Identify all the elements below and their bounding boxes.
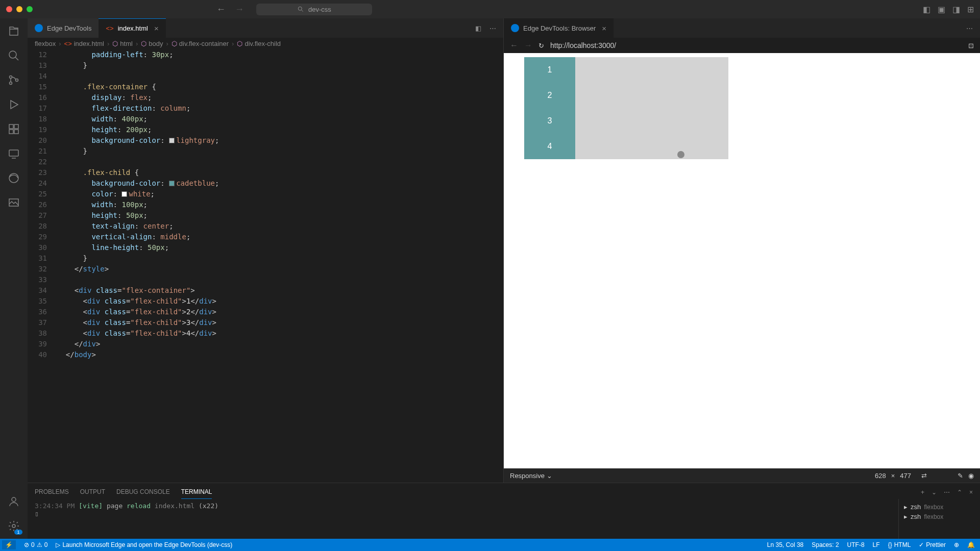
dimension-x-icon: ×	[891, 472, 895, 480]
more-actions-icon[interactable]: ⋯	[489, 24, 496, 32]
flex-container: 1 2 3 4	[524, 57, 728, 159]
toggle-sidebar-icon[interactable]: ◧	[923, 5, 930, 14]
explorer-icon[interactable]	[7, 24, 20, 38]
language-mode[interactable]: {}HTML	[888, 541, 911, 548]
screenshot-icon[interactable]: ◉	[968, 472, 974, 480]
settings-icon[interactable]	[7, 519, 20, 533]
terminal-list: ▸zshflexbox ▸zshflexbox	[898, 499, 980, 539]
terminal-tab[interactable]: TERMINAL	[181, 485, 212, 499]
account-icon[interactable]	[7, 495, 20, 508]
edit-icon[interactable]: ✎	[958, 472, 963, 480]
close-tab-icon[interactable]: ×	[602, 24, 606, 33]
command-center[interactable]: dev-css	[256, 4, 372, 15]
svg-rect-9	[9, 150, 18, 156]
flex-child: 4	[524, 134, 575, 159]
debug-console-tab[interactable]: DEBUG CONSOLE	[116, 485, 170, 499]
vscode-window: ← → dev-css ◧ ▣ ◨ ⊞	[0, 0, 980, 551]
svg-point-12	[12, 497, 16, 502]
tab-devtools-browser[interactable]: Edge DevTools: Browser ×	[504, 18, 614, 38]
maximize-panel-icon[interactable]: ⌃	[957, 489, 962, 496]
encoding[interactable]: UTF-8	[847, 541, 865, 548]
output-tab[interactable]: OUTPUT	[80, 485, 105, 499]
preview-pane: Edge DevTools: Browser × ⋯ ← → ↻ http://…	[504, 18, 980, 483]
breadcrumb-body: ⬡body	[141, 40, 163, 47]
edge-icon	[511, 24, 519, 32]
terminal-dropdown-icon[interactable]: ⌄	[932, 489, 937, 496]
svg-point-0	[298, 7, 302, 10]
breadcrumb[interactable]: flexbox› <>index.html› ⬡html› ⬡body› ⬡di…	[28, 38, 503, 49]
new-terminal-icon[interactable]: +	[921, 489, 924, 496]
panel-body: 3:24:34 PM [vite] page reload index.html…	[28, 499, 980, 539]
bottom-panel: PROBLEMS OUTPUT DEBUG CONSOLE TERMINAL +…	[28, 483, 980, 539]
browser-forward-icon[interactable]: →	[524, 41, 532, 50]
breadcrumb-folder: flexbox	[35, 40, 56, 47]
search-icon[interactable]	[7, 49, 20, 62]
edge-devtools-icon[interactable]	[7, 171, 20, 185]
remote-icon[interactable]	[7, 147, 20, 160]
inspect-icon[interactable]: ⊡	[968, 42, 974, 49]
activitybar	[0, 18, 28, 539]
search-icon	[297, 6, 304, 13]
browser-back-icon[interactable]: ←	[510, 41, 518, 50]
viewport-height[interactable]: 477	[900, 472, 911, 480]
tab-edge-devtools[interactable]: Edge DevTools	[28, 18, 99, 38]
customize-layout-icon[interactable]: ⊞	[967, 5, 974, 14]
rotate-icon[interactable]: ⇄	[921, 472, 927, 480]
main-area: Edge DevTools <> index.html × ◧ ⋯	[0, 18, 980, 539]
nav-back-icon[interactable]: ←	[216, 4, 226, 15]
terminal-item[interactable]: ▸zshflexbox	[904, 502, 975, 512]
device-toolbar: Responsive ⌄ 628 × 477 ⇄ ✎ ◉	[504, 468, 980, 483]
flex-child: 1	[524, 57, 575, 83]
nav-forward-icon[interactable]: →	[235, 4, 244, 15]
cursor-position[interactable]: Ln 35, Col 38	[767, 541, 803, 548]
close-tab-icon[interactable]: ×	[154, 24, 159, 33]
flex-child: 3	[524, 108, 575, 134]
reload-icon[interactable]: ↻	[538, 42, 544, 49]
image-icon[interactable]	[7, 196, 20, 209]
source-control-icon[interactable]	[7, 73, 20, 87]
preview-viewport[interactable]: 1 2 3 4	[504, 53, 980, 468]
bell-icon[interactable]: 🔔	[967, 541, 975, 548]
code-editor[interactable]: 1213141516171819202122232425262728293031…	[28, 49, 503, 483]
url-input[interactable]: http://localhost:3000/	[550, 41, 962, 49]
indentation[interactable]: Spaces: 2	[812, 541, 839, 548]
prettier-status[interactable]: ✓Prettier	[919, 541, 946, 548]
titlebar: ← → dev-css ◧ ▣ ◨ ⊞	[0, 0, 980, 18]
panel-tabs: PROBLEMS OUTPUT DEBUG CONSOLE TERMINAL +…	[28, 483, 980, 499]
braces-icon: {}	[888, 541, 892, 548]
split-editor-icon[interactable]: ◧	[475, 24, 481, 32]
run-debug-icon[interactable]	[7, 98, 20, 111]
launch-item[interactable]: ▷Launch Microsoft Edge and open the Edge…	[56, 541, 232, 548]
close-panel-icon[interactable]: ×	[969, 489, 973, 496]
svg-point-1	[9, 51, 16, 58]
maximize-window-button[interactable]	[27, 6, 33, 12]
terminal-item[interactable]: ▸zshflexbox	[904, 512, 975, 521]
edge-icon	[35, 24, 43, 32]
error-icon: ⊘	[24, 541, 29, 548]
more-actions-icon[interactable]: ⋯	[966, 24, 973, 32]
eol[interactable]: LF	[873, 541, 880, 548]
svg-rect-5	[9, 124, 13, 129]
search-text: dev-css	[308, 6, 331, 13]
device-select[interactable]: Responsive ⌄	[510, 472, 552, 480]
remote-indicator[interactable]: ⚡	[2, 540, 16, 549]
breadcrumb-child: ⬡div.flex-child	[237, 40, 281, 47]
cursor-icon	[677, 151, 684, 158]
toggle-panel-icon[interactable]: ▣	[938, 5, 945, 14]
errors-item[interactable]: ⊘0⚠0	[24, 541, 47, 548]
split-terminal-icon[interactable]: ⋯	[944, 489, 950, 496]
toggle-secondary-icon[interactable]: ◨	[952, 5, 960, 14]
extensions-icon[interactable]	[7, 122, 20, 136]
breadcrumb-container: ⬡div.flex-container	[172, 40, 229, 47]
terminal-output[interactable]: 3:24:34 PM [vite] page reload index.html…	[28, 499, 898, 539]
preview-tab-actions: ⋯	[959, 18, 980, 38]
tab-index-html[interactable]: <> index.html ×	[99, 18, 165, 38]
viewport-width[interactable]: 628	[875, 472, 886, 480]
svg-rect-6	[14, 124, 18, 129]
problems-tab[interactable]: PROBLEMS	[35, 485, 69, 499]
check-icon: ✓	[919, 541, 924, 548]
minimize-window-button[interactable]	[16, 6, 22, 12]
feedback-icon[interactable]: ⊕	[954, 541, 959, 548]
editor-area: Edge DevTools <> index.html × ◧ ⋯	[28, 18, 980, 539]
close-window-button[interactable]	[6, 6, 12, 12]
